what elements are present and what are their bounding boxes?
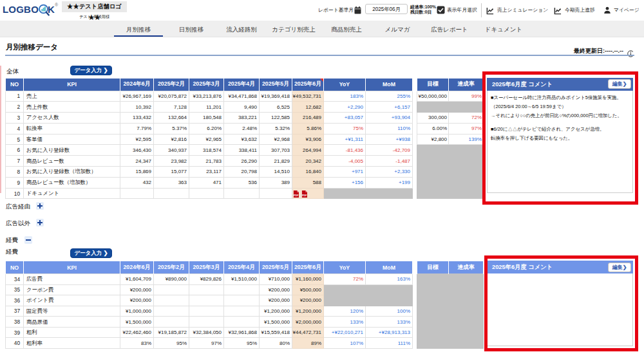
svg-text:PDF: PDF bbox=[302, 194, 307, 197]
svg-text:PDF: PDF bbox=[294, 194, 299, 197]
